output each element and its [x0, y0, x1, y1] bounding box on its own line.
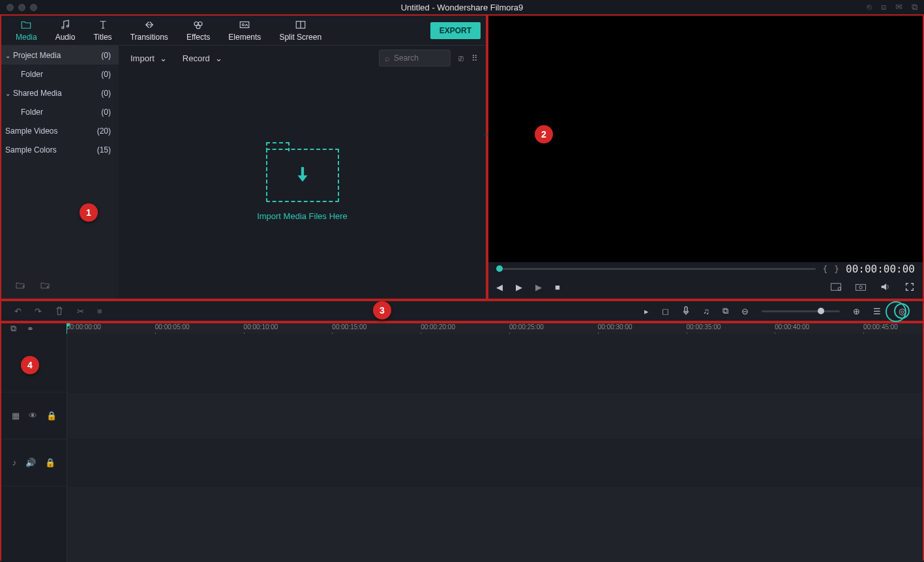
link-icon[interactable]: ⚭: [27, 324, 34, 334]
sidebar-item-shared-media[interactable]: ⌄Shared Media(0): [1, 83, 119, 102]
user-icon[interactable]: ⎋: [867, 2, 872, 12]
timeline-ruler[interactable]: 00:00:00:0000:00:05:0000:00:10:0000:00:1…: [67, 323, 923, 334]
mark-out-button[interactable]: }: [834, 264, 839, 274]
sidebar-item-label: Folder: [21, 70, 43, 79]
track-head-audio[interactable]: ♪ 🔊 🔒: [1, 439, 67, 486]
remove-folder-icon[interactable]: [39, 280, 51, 291]
minimize-window-button[interactable]: [18, 4, 25, 11]
sidebar-item-folder[interactable]: Folder(0): [1, 65, 119, 83]
preview-viewport[interactable]: [488, 16, 923, 262]
sidebar-item-count: (15): [97, 145, 111, 155]
grid-view-icon[interactable]: ⠿: [471, 53, 478, 63]
preview-quality-icon[interactable]: [830, 282, 842, 291]
tab-media[interactable]: Media: [7, 16, 46, 45]
render-preview-icon[interactable]: ▸: [644, 306, 649, 316]
mute-icon[interactable]: 🔊: [25, 458, 36, 467]
scrub-track[interactable]: [496, 268, 816, 270]
timeline-tracks-area[interactable]: [67, 334, 923, 562]
add-folder-icon[interactable]: [14, 280, 26, 291]
next-frame-button[interactable]: ▶: [535, 282, 542, 292]
scrub-playhead[interactable]: [496, 265, 503, 272]
svg-point-6: [243, 24, 245, 26]
tab-label: Transitions: [130, 33, 168, 42]
media-browser: Import⌄ Record⌄ ⌕ ⎚ ⠿ Import Media Files…: [119, 46, 486, 299]
tab-titles[interactable]: Titles: [84, 16, 121, 45]
search-box[interactable]: ⌕: [379, 50, 451, 67]
text-icon: [97, 19, 109, 31]
notifications-icon[interactable]: ⧉: [912, 2, 917, 12]
annotation-badge-4: 4: [21, 356, 39, 374]
prev-frame-button[interactable]: ◀: [496, 282, 503, 292]
ruler-tick: 00:00:45:00: [863, 323, 898, 331]
zoom-slider[interactable]: [762, 310, 840, 312]
tab-label: Audio: [55, 33, 76, 42]
preview-controls: ◀ ▶ ▶ ■: [488, 275, 923, 299]
tab-effects[interactable]: Effects: [177, 16, 219, 45]
elements-icon: [239, 19, 250, 31]
main-tab-bar: Media Audio Titles Transitions Effects E…: [1, 16, 486, 46]
crop-icon[interactable]: ⧉: [723, 306, 728, 316]
panel-collapse-handle[interactable]: ◂: [484, 130, 488, 138]
help-mixer-button[interactable]: ◎: [894, 303, 910, 319]
sidebar-item-sample-videos[interactable]: Sample Videos(20): [1, 121, 119, 140]
tab-label: Effects: [186, 33, 210, 42]
tab-audio[interactable]: Audio: [46, 16, 85, 45]
sidebar-item-count: (0): [101, 51, 111, 60]
redo-icon[interactable]: ↷: [35, 306, 42, 316]
zoom-fit-icon[interactable]: ☰: [873, 306, 881, 316]
tab-transitions[interactable]: Transitions: [121, 16, 177, 45]
timeline-playhead[interactable]: [67, 323, 67, 334]
close-window-button[interactable]: [7, 4, 14, 11]
zoom-in-icon[interactable]: ⊕: [853, 306, 860, 316]
marker-icon[interactable]: ◻: [662, 306, 669, 316]
chevron-down-icon: ⌄: [5, 52, 10, 59]
stop-button[interactable]: ■: [555, 282, 560, 292]
lock-icon[interactable]: 🔒: [46, 411, 57, 421]
ruler-tick: 00:00:35:00: [687, 323, 721, 331]
timeline-corner: ⧉ ⚭: [1, 323, 67, 334]
track-head-video[interactable]: ▦ 👁 🔒: [1, 392, 67, 439]
fullscreen-icon[interactable]: [904, 282, 915, 292]
sidebar-item-sample-colors[interactable]: Sample Colors(15): [1, 140, 119, 159]
sidebar-item-project-media[interactable]: ⌄Project Media(0): [1, 46, 119, 65]
chevron-down-icon: ⌄: [160, 53, 167, 63]
visibility-icon[interactable]: 👁: [29, 411, 37, 421]
track-lane-video[interactable]: [67, 392, 923, 439]
track-lane-audio[interactable]: [67, 439, 923, 486]
maximize-window-button[interactable]: [30, 4, 37, 11]
import-dropdown[interactable]: Import⌄: [127, 51, 171, 66]
zoom-out-icon[interactable]: ⊖: [741, 306, 749, 316]
download-arrow-icon: [294, 166, 311, 185]
undo-icon[interactable]: ↶: [14, 306, 22, 316]
chevron-down-icon: ⌄: [5, 90, 10, 97]
mail-icon[interactable]: ✉: [895, 2, 902, 12]
ruler-tick: 00:00:15:00: [332, 323, 366, 331]
tab-elements[interactable]: Elements: [219, 16, 270, 45]
record-dropdown[interactable]: Record⌄: [179, 51, 226, 66]
tab-split-screen[interactable]: Split Screen: [270, 16, 331, 45]
play-button[interactable]: ▶: [516, 282, 522, 292]
svg-point-4: [196, 25, 200, 29]
split-icon[interactable]: ✂: [77, 306, 84, 316]
sidebar-item-count: (0): [101, 89, 111, 98]
filter-icon[interactable]: ⎚: [458, 53, 464, 63]
audio-mixer-icon[interactable]: ♫: [703, 306, 709, 316]
track-lane[interactable]: [67, 486, 923, 562]
zoom-handle[interactable]: [818, 308, 824, 314]
sidebar-item-label: Sample Colors: [5, 145, 57, 155]
cart-icon[interactable]: ⧈: [881, 2, 886, 12]
mark-in-button[interactable]: {: [822, 264, 827, 274]
snapshot-icon[interactable]: [855, 282, 867, 291]
edit-icon[interactable]: ≡: [97, 306, 102, 316]
import-drop-zone[interactable]: Import Media Files Here: [119, 70, 486, 299]
delete-icon[interactable]: [55, 306, 64, 316]
search-input[interactable]: [394, 53, 445, 63]
lock-icon[interactable]: 🔒: [45, 458, 55, 467]
voiceover-icon[interactable]: [682, 306, 690, 316]
volume-icon[interactable]: [880, 282, 891, 292]
title-bar: Untitled - Wondershare Filmora9 ⎋ ⧈ ✉ ⧉: [0, 0, 924, 14]
track-lane[interactable]: [67, 334, 923, 392]
add-track-icon[interactable]: ⧉: [10, 323, 16, 334]
export-button[interactable]: EXPORT: [430, 22, 481, 39]
sidebar-item-folder[interactable]: Folder(0): [1, 102, 119, 121]
